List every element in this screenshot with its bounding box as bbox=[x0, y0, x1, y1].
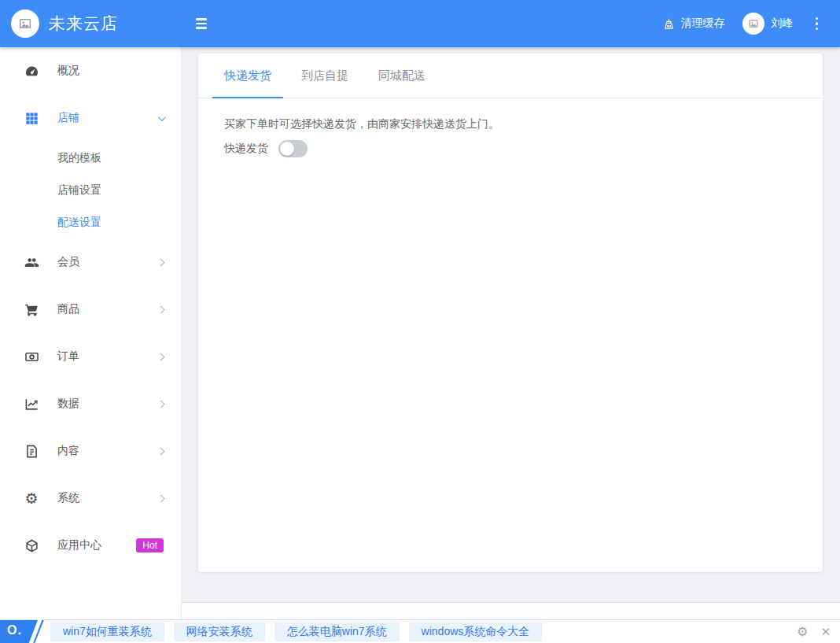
chevron-right-icon bbox=[157, 447, 165, 455]
chart-icon bbox=[24, 396, 39, 412]
close-icon[interactable]: ✕ bbox=[820, 625, 831, 639]
sidebar-subitem-shop-settings[interactable]: 店铺设置 bbox=[0, 174, 181, 206]
subitem-label: 配送设置 bbox=[57, 216, 101, 230]
chevron-right-icon bbox=[157, 305, 165, 313]
user-menu[interactable]: 刘峰 bbox=[742, 13, 794, 35]
settings-gear-icon[interactable]: ⚙ bbox=[797, 624, 808, 639]
suggestion-chip[interactable]: 网络安装系统 bbox=[174, 623, 265, 641]
delivery-settings-card: 快递发货 到店自提 同城配送 买家下单时可选择快递发货，由商家安排快递送货上门。… bbox=[198, 54, 823, 572]
content-footer-strip bbox=[182, 602, 840, 619]
brand: 未来云店 bbox=[0, 0, 182, 47]
grid-icon bbox=[24, 110, 39, 126]
tab-local-delivery[interactable]: 同城配送 bbox=[367, 54, 437, 98]
sidebar-item-overview[interactable]: 概况 bbox=[0, 47, 181, 94]
sidebar-item-content[interactable]: 内容 bbox=[0, 427, 181, 475]
subitem-label: 我的模板 bbox=[57, 151, 101, 165]
tab-label: 快递发货 bbox=[224, 68, 271, 83]
browser-bottom-bar: O. win7如何重装系统 网络安装系统 怎么装电脑win7系统 windows… bbox=[0, 619, 840, 643]
cart-icon bbox=[24, 301, 39, 317]
sidebar-item-members[interactable]: 会员 bbox=[0, 238, 181, 286]
bill-icon bbox=[24, 349, 39, 364]
shop-submenu: 我的模板 店铺设置 配送设置 bbox=[0, 142, 181, 238]
image-icon bbox=[748, 18, 759, 29]
top-header: 未来云店 清理缓存 刘峰 bbox=[0, 0, 840, 47]
sidebar-subitem-delivery-settings[interactable]: 配送设置 bbox=[0, 206, 181, 238]
sidebar-item-label: 内容 bbox=[57, 444, 79, 458]
sidebar-item-products[interactable]: 商品 bbox=[0, 286, 181, 333]
user-avatar bbox=[742, 13, 764, 35]
chevron-right-icon bbox=[157, 353, 165, 360]
sidebar: 概况 店铺 我的模板 店铺设置 配送设置 会员 bbox=[0, 47, 182, 619]
chevron-right-icon bbox=[157, 494, 165, 502]
delivery-tabs: 快递发货 到店自提 同城配送 bbox=[198, 54, 823, 98]
sidebar-item-label: 系统 bbox=[57, 491, 79, 505]
sidebar-item-label: 应用中心 bbox=[57, 538, 101, 552]
dashboard-icon bbox=[24, 63, 39, 79]
tab-label: 同城配送 bbox=[378, 68, 426, 83]
kebab-menu-icon[interactable] bbox=[811, 14, 823, 34]
toggle-label: 快递发货 bbox=[224, 142, 268, 156]
users-icon bbox=[24, 254, 39, 270]
chevron-down-icon bbox=[158, 113, 166, 121]
express-delivery-toggle[interactable] bbox=[278, 140, 308, 157]
broom-icon bbox=[662, 17, 676, 31]
main-content: 快递发货 到店自提 同城配送 买家下单时可选择快递发货，由商家安排快递送货上门。… bbox=[182, 47, 840, 619]
suggestion-chip[interactable]: windows系统命令大全 bbox=[409, 623, 543, 641]
hamburger-menu-icon[interactable] bbox=[196, 12, 219, 35]
toggle-row: 快递发货 bbox=[224, 140, 797, 157]
sidebar-item-orders[interactable]: 订单 bbox=[0, 333, 181, 380]
tab-store-pickup[interactable]: 到店自提 bbox=[289, 54, 360, 98]
store-name: 未来云店 bbox=[49, 13, 118, 35]
suggestion-chip[interactable]: 怎么装电脑win7系统 bbox=[274, 623, 400, 641]
sidebar-item-label: 订单 bbox=[57, 349, 79, 364]
store-logo-avatar bbox=[11, 9, 39, 38]
sidebar-item-label: 概况 bbox=[57, 64, 79, 78]
document-icon bbox=[24, 443, 39, 459]
tab-express-delivery[interactable]: 快递发货 bbox=[212, 54, 283, 98]
clear-cache-button[interactable]: 清理缓存 bbox=[662, 17, 725, 31]
sidebar-item-label: 数据 bbox=[57, 397, 79, 411]
sidebar-item-label: 店铺 bbox=[57, 111, 79, 125]
express-delivery-description: 买家下单时可选择快递发货，由商家安排快递送货上门。 bbox=[224, 116, 797, 131]
sidebar-item-system[interactable]: ⚙ 系统 bbox=[0, 475, 181, 522]
sidebar-item-label: 商品 bbox=[57, 302, 79, 316]
cube-icon bbox=[24, 538, 39, 553]
tab-label: 到店自提 bbox=[301, 68, 348, 83]
browser-logo[interactable]: O. bbox=[0, 620, 44, 643]
chevron-right-icon bbox=[157, 400, 165, 408]
sidebar-item-shop[interactable]: 店铺 bbox=[0, 94, 181, 142]
suggestion-chip[interactable]: win7如何重装系统 bbox=[50, 623, 164, 641]
browser-logo-text: O. bbox=[7, 623, 22, 637]
search-suggestions: win7如何重装系统 网络安装系统 怎么装电脑win7系统 windows系统命… bbox=[50, 623, 542, 641]
sidebar-item-app-center[interactable]: 应用中心 Hot bbox=[0, 522, 181, 569]
chevron-right-icon bbox=[157, 258, 165, 266]
clear-cache-label: 清理缓存 bbox=[681, 17, 725, 31]
username: 刘峰 bbox=[772, 17, 794, 31]
sidebar-item-label: 会员 bbox=[57, 255, 79, 269]
subitem-label: 店铺设置 bbox=[57, 183, 101, 198]
hot-badge: Hot bbox=[136, 538, 164, 552]
toggle-knob bbox=[280, 142, 294, 156]
image-icon bbox=[18, 17, 32, 31]
sidebar-subitem-my-templates[interactable]: 我的模板 bbox=[0, 142, 181, 174]
sidebar-item-data[interactable]: 数据 bbox=[0, 380, 181, 427]
gear-icon: ⚙ bbox=[24, 490, 39, 506]
